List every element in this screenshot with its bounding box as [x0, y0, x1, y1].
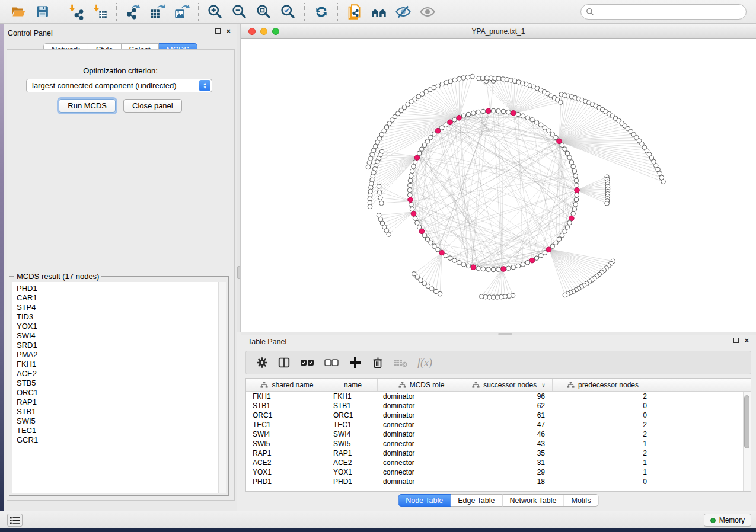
table-cell[interactable]: 0: [553, 477, 653, 486]
table-cell[interactable]: SWI5: [328, 440, 378, 448]
mcds-result-item[interactable]: STP4: [17, 303, 226, 312]
close-panel-button[interactable]: Close panel: [123, 99, 182, 113]
function-builder-icon[interactable]: f(x): [417, 357, 432, 369]
table-cell[interactable]: 46: [465, 430, 553, 438]
table-cell[interactable]: FKH1: [246, 392, 328, 400]
mcds-result-item[interactable]: SWI4: [17, 331, 226, 341]
table-cell[interactable]: connector: [378, 468, 465, 476]
mcds-result-item[interactable]: ACE2: [17, 369, 226, 379]
mcds-result-item[interactable]: SRD1: [17, 341, 226, 350]
network-window-titlebar[interactable]: YPA_prune.txt_1: [241, 24, 756, 39]
table-cell[interactable]: 1: [553, 440, 653, 448]
table-cell[interactable]: 1: [553, 459, 653, 467]
table-cell[interactable]: dominator: [378, 449, 465, 457]
table-cell[interactable]: STB1: [246, 402, 328, 410]
table-cell[interactable]: 2: [553, 449, 653, 457]
table-row[interactable]: RAP1RAP1dominator352: [246, 448, 751, 458]
select-all-icon[interactable]: [299, 355, 315, 370]
hide-selected-button[interactable]: [391, 2, 415, 22]
table-cell[interactable]: 2: [553, 430, 653, 438]
tab-motifs[interactable]: Motifs: [564, 494, 598, 507]
save-session-button[interactable]: [30, 2, 55, 22]
mcds-result-item[interactable]: TEC1: [17, 426, 226, 435]
mcds-result-item[interactable]: RAP1: [17, 398, 226, 407]
open-file-button[interactable]: [6, 2, 30, 22]
table-cell[interactable]: dominator: [378, 411, 465, 419]
table-cell[interactable]: ACE2: [246, 459, 328, 467]
table-cell[interactable]: TEC1: [328, 421, 378, 429]
table-cell[interactable]: 47: [465, 421, 553, 429]
table-cell[interactable]: SWI5: [246, 440, 328, 448]
mcds-result-item[interactable]: FKH1: [17, 360, 226, 369]
table-cell[interactable]: SWI4: [246, 430, 328, 438]
table-row[interactable]: FKH1FKH1dominator962: [246, 392, 751, 401]
table-row[interactable]: PHD1PHD1dominator180: [246, 477, 751, 486]
split-pane-icon[interactable]: [277, 356, 291, 369]
table-row[interactable]: YOX1YOX1connector291: [246, 467, 751, 477]
column-header-mcds-role[interactable]: MCDS role: [378, 379, 465, 391]
table-cell[interactable]: YOX1: [328, 468, 378, 476]
table-cell[interactable]: SWI4: [328, 430, 378, 438]
mcds-result-item[interactable]: SWI5: [17, 416, 226, 426]
mcds-result-item[interactable]: STB1: [17, 407, 226, 416]
mcds-result-item[interactable]: GCR1: [17, 435, 226, 445]
delete-icon[interactable]: [371, 356, 384, 369]
mcds-result-item[interactable]: PMA2: [17, 350, 226, 360]
splitter-handle[interactable]: [237, 266, 240, 279]
mcds-list-scrollbar[interactable]: [218, 282, 226, 493]
table-cell[interactable]: 0: [553, 411, 653, 419]
task-history-button[interactable]: [7, 514, 23, 527]
table-cell[interactable]: STB1: [328, 402, 378, 410]
float-panel-icon[interactable]: [215, 28, 221, 34]
column-header-predecessor-nodes[interactable]: predecessor nodes: [553, 379, 653, 391]
table-row[interactable]: STB1STB1dominator620: [246, 401, 751, 411]
close-panel-icon[interactable]: ×: [226, 28, 231, 34]
mcds-result-item[interactable]: TID3: [17, 312, 226, 322]
mcds-result-item[interactable]: ORC1: [17, 388, 226, 398]
memory-button[interactable]: Memory: [704, 514, 751, 527]
network-graph[interactable]: [241, 39, 756, 332]
import-table-button[interactable]: [88, 2, 112, 22]
table-cell[interactable]: dominator: [378, 477, 465, 486]
table-cell[interactable]: connector: [378, 440, 465, 448]
column-header-successor-nodes[interactable]: successor nodes ∨: [465, 379, 553, 391]
tab-edge-table[interactable]: Edge Table: [451, 494, 502, 507]
mcds-result-item[interactable]: CAR1: [17, 293, 226, 303]
table-cell[interactable]: dominator: [378, 430, 465, 438]
table-row[interactable]: ACE2ACE2connector311: [246, 458, 751, 467]
table-cell[interactable]: 2: [553, 392, 653, 400]
scrollbar-thumb[interactable]: [744, 395, 749, 448]
table-cell[interactable]: RAP1: [246, 449, 328, 457]
mcds-result-item[interactable]: PHD1: [17, 284, 226, 293]
table-cell[interactable]: PHD1: [328, 477, 378, 486]
table-scrollbar[interactable]: [743, 392, 751, 491]
table-row[interactable]: TEC1TEC1connector472: [246, 420, 751, 430]
table-cell[interactable]: FKH1: [328, 392, 378, 400]
table-cell[interactable]: ORC1: [246, 411, 328, 419]
table-row[interactable]: SWI5SWI5connector431: [246, 439, 751, 448]
table-cell[interactable]: 31: [465, 459, 553, 467]
add-column-icon[interactable]: [348, 355, 362, 370]
zoom-fit-button[interactable]: [251, 2, 276, 22]
table-row[interactable]: SWI4SWI4dominator462: [246, 430, 751, 439]
splitter-handle[interactable]: [498, 333, 512, 335]
mcds-result-item[interactable]: YOX1: [17, 322, 226, 331]
run-mcds-button[interactable]: Run MCDS: [59, 99, 116, 113]
table-cell[interactable]: 18: [465, 477, 553, 486]
gear-icon[interactable]: [256, 356, 269, 369]
first-neighbors-button[interactable]: [366, 2, 391, 22]
table-cell[interactable]: 96: [465, 392, 553, 400]
import-network-button[interactable]: [63, 2, 88, 22]
delete-table-icon[interactable]: [393, 355, 409, 370]
table-cell[interactable]: 2: [553, 421, 653, 429]
table-cell[interactable]: 61: [465, 411, 553, 419]
table-cell[interactable]: ORC1: [328, 411, 378, 419]
zoom-out-button[interactable]: [227, 2, 251, 22]
search-input[interactable]: [597, 6, 740, 18]
table-cell[interactable]: TEC1: [246, 421, 328, 429]
export-image-button[interactable]: [170, 2, 194, 22]
table-cell[interactable]: dominator: [378, 402, 465, 410]
table-cell[interactable]: 1: [553, 468, 653, 476]
mcds-result-item[interactable]: STB5: [17, 379, 226, 388]
export-table-button[interactable]: [145, 2, 170, 22]
